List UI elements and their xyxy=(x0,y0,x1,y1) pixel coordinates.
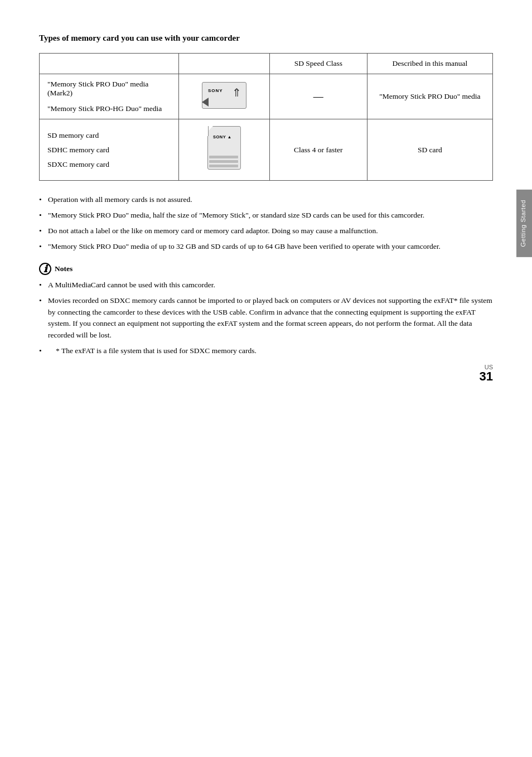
page-content: Getting Started Types of memory card you… xyxy=(0,0,532,401)
cell-sd-names: SD memory card SDHC memory card SDXC mem… xyxy=(40,119,179,181)
col-header-speed: SD Speed Class xyxy=(269,54,367,74)
cell-memory-stick-image: SONY ⇑ xyxy=(179,74,270,119)
sd-card-illustration: SONY ▲ xyxy=(205,125,244,172)
bullet-4: "Memory Stick PRO Duo" media of up to 32… xyxy=(39,241,493,253)
sd-name-3: SDXC memory card xyxy=(47,160,171,169)
note-2: Movies recorded on SDXC memory cards can… xyxy=(39,295,493,342)
bullet-2: "Memory Stick PRO Duo" media, half the s… xyxy=(39,210,493,221)
cell-sd-image: SONY ▲ xyxy=(179,119,270,181)
notes-bullet-list: A MultiMediaCard cannot be used with thi… xyxy=(39,279,493,358)
main-bullet-list: Operation with all memory cards is not a… xyxy=(39,194,493,253)
memory-stick-name-2: "Memory Stick PRO-HG Duo" media xyxy=(47,104,171,113)
sd-notch xyxy=(206,126,209,136)
notes-icon: ℹ xyxy=(39,263,51,275)
table-row-sd: SD memory card SDHC memory card SDXC mem… xyxy=(40,119,493,181)
memory-stick-name-1: "Memory Stick PRO Duo" media (Mark2) xyxy=(47,80,171,98)
col-header-name xyxy=(40,54,179,74)
note-3: * The exFAT is a file system that is use… xyxy=(39,345,493,357)
col-header-desc: Described in this manual xyxy=(367,54,492,74)
cell-memory-stick-speed: — xyxy=(269,74,367,119)
ms-sony-label: SONY xyxy=(208,88,223,93)
sd-name-1: SD memory card xyxy=(47,131,171,140)
cell-sd-desc: SD card xyxy=(367,119,492,181)
table-row-memory-stick: "Memory Stick PRO Duo" media (Mark2) "Me… xyxy=(40,74,493,119)
ms-body: SONY ⇑ xyxy=(202,82,246,109)
cell-sd-speed: Class 4 or faster xyxy=(269,119,367,181)
bullet-1: Operation with all memory cards is not a… xyxy=(39,194,493,206)
notes-section-header: ℹ Notes xyxy=(39,263,493,275)
page-number: 31 xyxy=(480,370,493,383)
ms-notch xyxy=(202,98,209,107)
cell-memory-stick-names: "Memory Stick PRO Duo" media (Mark2) "Me… xyxy=(40,74,179,119)
col-header-image xyxy=(179,54,270,74)
sd-name-2: SDHC memory card xyxy=(47,146,171,155)
memory-card-table: SD Speed Class Described in this manual … xyxy=(39,53,493,181)
cell-memory-stick-desc: "Memory Stick PRO Duo" media xyxy=(367,74,492,119)
bullet-3: Do not attach a label or the like on mem… xyxy=(39,225,493,237)
notes-label: Notes xyxy=(55,264,72,273)
note-1: A MultiMediaCard cannot be used with thi… xyxy=(39,279,493,291)
ms-arrow-icon: ⇑ xyxy=(232,86,241,99)
sd-sony-label: SONY ▲ xyxy=(213,134,232,139)
sd-contact-lines xyxy=(209,156,238,169)
section-title: Types of memory card you can use with yo… xyxy=(39,33,493,43)
page-footer: US 31 xyxy=(480,364,493,383)
memory-stick-illustration: SONY ⇑ xyxy=(200,80,249,111)
side-tab: Getting Started xyxy=(516,190,532,257)
